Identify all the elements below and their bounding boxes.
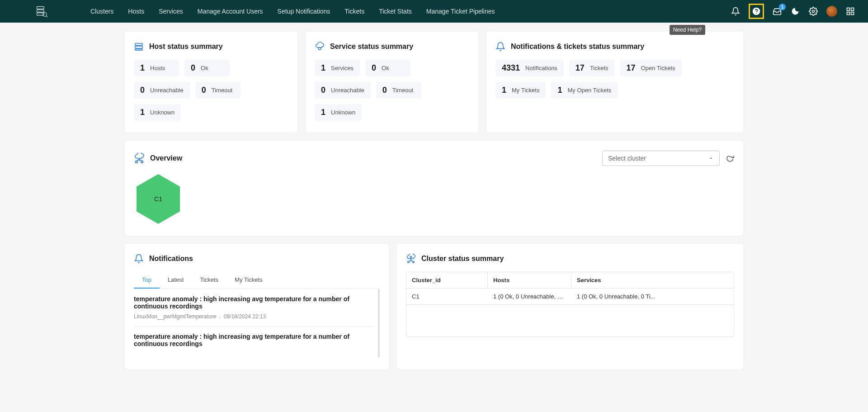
service-status-card: Service status summary 1Services 0Ok 0Un… bbox=[306, 32, 478, 133]
table-header: Cluster_id Hosts Services bbox=[406, 272, 734, 289]
inbox-icon[interactable]: 1 bbox=[772, 6, 782, 16]
server-icon bbox=[134, 42, 144, 52]
svg-line-19 bbox=[137, 159, 139, 161]
stat-svc-unknown[interactable]: 1Unknown bbox=[315, 104, 362, 121]
svg-rect-13 bbox=[135, 46, 143, 48]
stat-open-tickets[interactable]: 17Open Tickets bbox=[620, 60, 682, 76]
host-status-card: Host status summary 1Hosts 0Ok 0Unreacha… bbox=[125, 32, 297, 133]
top-navbar: Clusters Hosts Services Manage Account U… bbox=[0, 0, 868, 23]
bell-outline-icon bbox=[134, 254, 144, 264]
brand-logo[interactable] bbox=[0, 5, 83, 18]
stat-svc-unreachable[interactable]: 0Unreachable bbox=[315, 82, 371, 99]
nav-services[interactable]: Services bbox=[151, 0, 190, 23]
stat-my-tickets[interactable]: 1My Tickets bbox=[495, 82, 546, 99]
th-cluster-id[interactable]: Cluster_id bbox=[406, 272, 488, 288]
avatar[interactable] bbox=[826, 6, 837, 17]
nav-clusters[interactable]: Clusters bbox=[83, 0, 121, 23]
stat-unreachable[interactable]: 0Unreachable bbox=[134, 82, 190, 99]
cloud-network-icon bbox=[134, 153, 145, 164]
nav-links: Clusters Hosts Services Manage Account U… bbox=[83, 0, 502, 23]
apps-grid-icon[interactable] bbox=[845, 6, 855, 16]
svg-rect-18 bbox=[141, 161, 143, 163]
stat-tickets[interactable]: 17Tickets bbox=[569, 60, 615, 76]
nav-hosts[interactable]: Hosts bbox=[121, 0, 151, 23]
nav-right: 1 bbox=[731, 4, 855, 19]
bell-outline-icon bbox=[495, 42, 505, 52]
cloud-gear-icon bbox=[315, 42, 325, 52]
stat-notifications[interactable]: 4331Notifications bbox=[495, 60, 564, 76]
notifications-card: Notifications Top Latest Tickets My Tick… bbox=[125, 244, 389, 369]
notification-list: temperature anomaly : high increasing av… bbox=[134, 289, 380, 357]
td-hosts: 1 (0 Ok, 0 Unreachable, 0 Ti... bbox=[488, 289, 571, 304]
notifications-title: Notifications bbox=[149, 255, 193, 263]
cluster-table: Cluster_id Hosts Services C1 1 (0 Ok, 0 … bbox=[406, 272, 734, 337]
nav-setup-notifications[interactable]: Setup Notifications bbox=[270, 0, 338, 23]
stat-unknown[interactable]: 1Unknown bbox=[134, 104, 181, 121]
help-icon[interactable] bbox=[749, 4, 764, 19]
svg-point-24 bbox=[413, 261, 415, 263]
stat-services[interactable]: 1Services bbox=[315, 60, 360, 76]
cluster-status-title: Cluster status summary bbox=[421, 255, 504, 263]
cluster-status-card: Cluster status summary Cluster_id Hosts … bbox=[397, 244, 743, 369]
svg-rect-10 bbox=[847, 12, 850, 15]
table-row[interactable]: C1 1 (0 Ok, 0 Unreachable, 0 Ti... 1 (0 … bbox=[406, 289, 734, 305]
svg-rect-17 bbox=[136, 161, 137, 163]
stat-hosts[interactable]: 1Hosts bbox=[134, 60, 179, 76]
notification-item-title: temperature anomaly : high increasing av… bbox=[134, 333, 373, 347]
nav-manage-account-users[interactable]: Manage Account Users bbox=[190, 0, 270, 23]
th-hosts[interactable]: Hosts bbox=[488, 272, 571, 288]
cloud-cluster-icon bbox=[406, 254, 416, 264]
stat-timeout[interactable]: 0Timeout bbox=[195, 82, 241, 99]
svg-point-23 bbox=[408, 261, 410, 263]
stat-ok[interactable]: 0Ok bbox=[184, 60, 230, 76]
notification-item[interactable]: temperature anomaly : high increasing av… bbox=[134, 327, 373, 357]
stat-my-open-tickets[interactable]: 1My Open Tickets bbox=[551, 82, 618, 99]
tab-latest[interactable]: Latest bbox=[160, 272, 192, 289]
svg-point-21 bbox=[410, 256, 412, 258]
svg-rect-0 bbox=[37, 7, 44, 9]
svg-rect-1 bbox=[37, 10, 44, 12]
notification-tabs: Top Latest Tickets My Tickets bbox=[134, 272, 380, 289]
notification-item[interactable]: temperature anomaly : high increasing av… bbox=[134, 289, 373, 327]
notification-item-meta: LinuxMon__pwrMgmtTemperature . 09/18/202… bbox=[134, 313, 373, 320]
select-cluster[interactable]: Select cluster bbox=[602, 151, 720, 166]
bell-icon[interactable] bbox=[731, 6, 741, 16]
cluster-hexagon[interactable]: C1 bbox=[137, 174, 180, 224]
chevron-down-icon bbox=[708, 156, 714, 161]
host-status-title: Host status summary bbox=[149, 43, 223, 51]
svg-line-20 bbox=[139, 159, 142, 161]
td-cluster-id: C1 bbox=[406, 289, 488, 304]
gear-icon[interactable] bbox=[808, 6, 818, 16]
svg-point-3 bbox=[43, 13, 47, 17]
svg-rect-14 bbox=[135, 49, 143, 51]
overview-title: Overview bbox=[150, 154, 182, 162]
theme-toggle-icon[interactable] bbox=[790, 6, 800, 16]
notif-tickets-card: Notifications & tickets status summary 4… bbox=[486, 32, 743, 133]
tab-my-tickets[interactable]: My Tickets bbox=[226, 272, 270, 289]
cluster-hex-label: C1 bbox=[154, 195, 162, 203]
inbox-badge: 1 bbox=[779, 4, 786, 10]
svg-point-7 bbox=[812, 10, 815, 13]
select-cluster-label: Select cluster bbox=[608, 155, 646, 162]
svg-rect-12 bbox=[135, 43, 143, 46]
td-services: 1 (0 Ok, 0 Unreachable, 0 Ti... bbox=[571, 289, 734, 304]
svg-rect-8 bbox=[847, 8, 850, 11]
table-empty-space bbox=[406, 305, 734, 336]
stat-svc-ok[interactable]: 0Ok bbox=[365, 60, 410, 76]
svg-point-6 bbox=[756, 13, 757, 14]
refresh-icon[interactable] bbox=[726, 154, 734, 162]
service-status-title: Service status summary bbox=[330, 43, 413, 51]
tab-top[interactable]: Top bbox=[134, 272, 160, 289]
stat-svc-timeout[interactable]: 0Timeout bbox=[376, 82, 421, 99]
nav-manage-ticket-pipelines[interactable]: Manage Ticket Pipelines bbox=[419, 0, 502, 23]
svg-rect-9 bbox=[851, 8, 854, 11]
svg-line-4 bbox=[47, 16, 48, 18]
notification-item-title: temperature anomaly : high increasing av… bbox=[134, 295, 373, 310]
svg-rect-11 bbox=[851, 12, 854, 15]
notif-tickets-title: Notifications & tickets status summary bbox=[511, 43, 644, 51]
nav-ticket-stats[interactable]: Ticket Stats bbox=[372, 0, 419, 23]
tab-tickets[interactable]: Tickets bbox=[192, 272, 226, 289]
svg-point-15 bbox=[318, 47, 321, 50]
nav-tickets[interactable]: Tickets bbox=[337, 0, 372, 23]
th-services[interactable]: Services bbox=[571, 272, 734, 288]
